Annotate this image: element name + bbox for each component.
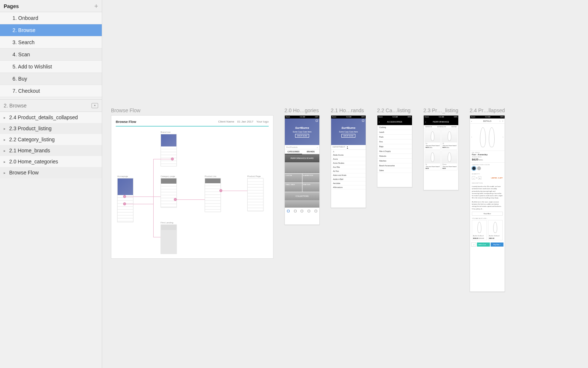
wishlist-button[interactable]: ☆ — [471, 243, 476, 247]
layer-list: ▸2.4 Product_details_collapsed ▸2.3 Prod… — [0, 112, 102, 178]
tab-brands[interactable]: BRANDS — [302, 149, 319, 154]
cart-icon: 🛒 — [487, 244, 488, 245]
layer-item[interactable]: ▸2.2 Category_listing — [0, 134, 102, 145]
brand-item[interactable]: Acura — [331, 157, 366, 161]
current-page-header: 2. Browse — [0, 99, 102, 112]
buy-now-button[interactable]: Buy Now› — [491, 243, 503, 247]
list-item[interactable]: Fins — [377, 139, 412, 144]
collapse-icon[interactable] — [92, 103, 98, 108]
sidebar: Pages + 1. Onboard 2. Browse 3. Search 4… — [0, 0, 102, 368]
artboard-browse-flow[interactable]: Browse Flow Browse Flow Client Name 01 J… — [111, 107, 273, 259]
department-select[interactable]: ▾ — [347, 146, 348, 149]
qty-plus[interactable]: + — [478, 176, 481, 180]
layer-item[interactable]: ▸2.3 Product_listing — [0, 123, 102, 134]
tab-wishlist[interactable] — [305, 208, 312, 214]
color-swatch[interactable] — [477, 166, 481, 170]
qty-minus[interactable]: − — [472, 176, 475, 180]
related-product[interactable]: Another Surfboard$883.00 — [488, 220, 503, 240]
brand-item[interactable]: Acu Rite — [331, 165, 366, 169]
brand-item[interactable]: Addict A Ball — [331, 177, 366, 181]
product-card[interactable]: FunThe must have board$625 $950+ — [424, 130, 441, 150]
add-to-cart-button[interactable]: Add to Cart🛒 — [477, 243, 490, 247]
product-card[interactable]: FinThe must have board$625 — [424, 151, 441, 170]
brand-item[interactable]: Adam and Anais — [331, 173, 366, 177]
list-item[interactable]: Bags — [377, 144, 412, 149]
list-item[interactable]: Sales — [377, 168, 412, 173]
layer-item[interactable]: ▸2.0 Home_categories — [0, 156, 102, 167]
product-card[interactable]: PhasmaThe must have board$625 — [441, 151, 458, 170]
cart-icon[interactable] — [316, 120, 318, 122]
artboard-product-details[interactable]: Sketch9:41 AM100% ‹DETAILS☆⇧ PN: #00152 … — [470, 115, 505, 292]
category-summerfun[interactable]: SUMMER FUN — [302, 174, 320, 183]
show-dropdown[interactable]: SHOW 20 — [425, 126, 432, 128]
chevron-right-icon: ▸ — [4, 127, 6, 131]
back-icon[interactable]: ‹ — [471, 120, 472, 122]
thumb-category — [161, 178, 177, 208]
chevron-right-icon: ▸ — [4, 138, 6, 142]
category-band[interactable]: PERFORMANCE BOARD — [285, 154, 319, 162]
layer-item[interactable]: ▸2.4 Product_details_collapsed — [0, 112, 102, 123]
page-item-checkout[interactable]: 7. Checkout — [0, 85, 102, 97]
cart-icon[interactable] — [362, 120, 364, 122]
page-list: 1. Onboard 2. Browse 3. Search 4. Scan 5… — [0, 12, 102, 97]
canvas[interactable]: Browse Flow Browse Flow Client Name 01 J… — [102, 0, 588, 368]
product-card[interactable]: 3.6The must have board$625 $950+ — [441, 130, 458, 150]
back-icon[interactable]: ‹ — [379, 121, 380, 123]
chevron-right-icon: ▸ — [4, 149, 6, 153]
list-item[interactable]: Pads — [377, 135, 412, 139]
color-swatch[interactable] — [472, 166, 476, 170]
brand-item[interactable]: Acme Studios — [331, 161, 366, 165]
tab-categories[interactable]: CATEGORIES — [285, 149, 302, 154]
collections-band[interactable]: COLLECTIONS — [285, 192, 319, 200]
thumb-productpage — [247, 178, 263, 211]
search-icon[interactable]: ⌕ — [317, 146, 318, 148]
layer-item[interactable]: ▸2.1 Home_brands — [0, 145, 102, 156]
tab-account[interactable] — [312, 208, 319, 214]
page-item-search[interactable]: 3. Search — [0, 36, 102, 49]
list-item[interactable]: Leash — [377, 130, 412, 135]
image-gallery[interactable] — [470, 124, 505, 151]
list-item[interactable]: Wax & Supply — [377, 149, 412, 154]
related-product[interactable]: Another Surfboard$988.00 $999.00 — [472, 220, 487, 240]
category-semigun[interactable]: SEMI GUN — [302, 183, 320, 192]
chevron-right-icon: ▸ — [4, 171, 6, 175]
add-page-icon[interactable]: + — [94, 3, 98, 10]
tab-scan[interactable] — [299, 208, 306, 214]
shop-now-button[interactable]: SHOP NOW — [295, 134, 309, 138]
page-item-scan[interactable]: 4. Scan — [0, 49, 102, 61]
page-item-browse[interactable]: 2. Browse — [0, 24, 102, 36]
chevron-right-icon: ▸ — [4, 116, 6, 120]
brand-item[interactable]: Abide Aroma — [331, 153, 366, 157]
category-image — [285, 162, 319, 173]
page-item-wishlist[interactable]: 5. Add to Wishlist — [0, 61, 102, 73]
list-item[interactable]: Watches — [377, 159, 412, 163]
category-smallwave[interactable]: SMALL WAVE — [285, 183, 302, 192]
list-item[interactable]: Wetsuits — [377, 154, 412, 159]
brand-item[interactable]: Ad Hoc — [331, 169, 366, 173]
search-input[interactable]: Find Products — [286, 146, 298, 148]
share-icon[interactable]: ⇧ — [502, 120, 503, 122]
tab-search[interactable] — [292, 208, 299, 214]
thumb-firstlanding — [161, 224, 177, 254]
refine-button[interactable]: REFINE — [451, 126, 457, 128]
brand-item[interactable]: Aerolatte — [331, 181, 366, 185]
list-item[interactable]: Beach Accessories — [377, 163, 412, 168]
category-custom[interactable]: CUSTOM — [285, 174, 302, 183]
artboard-product-listing[interactable]: Sketch9:41 AM100% ‹PERFORMANCE SHOW 2032… — [423, 115, 459, 190]
back-icon[interactable]: ‹ — [425, 121, 426, 123]
page-item-onboard[interactable]: 1. Onboard — [0, 12, 102, 24]
page-item-buy[interactable]: 6. Buy — [0, 73, 102, 85]
shop-now-button[interactable]: SHOP NOW — [341, 134, 355, 138]
star-icon[interactable]: ☆ — [499, 120, 501, 122]
layer-item[interactable]: ▸Browse Flow — [0, 167, 102, 178]
artboard-home-brands[interactable]: Sketch9:41 AM100% SurfBums Some Copy Goe… — [331, 115, 366, 208]
list-item[interactable]: Clothing — [377, 125, 412, 130]
read-more-button[interactable]: Read More — [472, 212, 503, 216]
thumb-productlist — [205, 178, 221, 212]
tab-home[interactable] — [285, 208, 292, 214]
brand-item[interactable]: Affirmations — [331, 185, 366, 190]
search-icon — [294, 210, 297, 212]
artboard-home-categories[interactable]: Sketch9:41 AM100% SurfBums Some Copy Goe… — [284, 115, 320, 225]
artboard-label: 2.3 Pr…_listing — [423, 107, 459, 113]
artboard-category-listing[interactable]: Sketch9:41 AM100% ‹ACCESSORIES Clothing … — [377, 115, 412, 187]
